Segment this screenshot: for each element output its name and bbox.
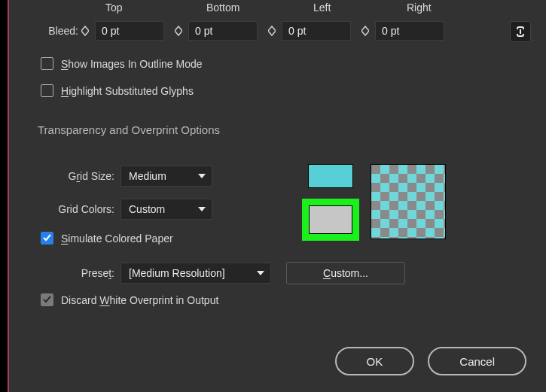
bleed-header-left: Left bbox=[313, 2, 331, 14]
discard-overprint-row: Discard White Overprint in Output bbox=[41, 293, 218, 306]
bleed-row: Bleed: bbox=[30, 21, 546, 41]
show-images-label: Show Images In Outline Mode bbox=[61, 58, 203, 70]
simulate-paper-checkbox[interactable] bbox=[41, 232, 53, 245]
bleed-right-field bbox=[361, 21, 444, 41]
grid-color-swatch-dark-inner bbox=[309, 205, 352, 234]
transparency-grid-preview bbox=[371, 164, 446, 239]
stepper-icon[interactable] bbox=[268, 21, 280, 41]
preset-label: Preset: bbox=[30, 267, 120, 279]
grid-colors-label: Grid Colors: bbox=[30, 203, 120, 215]
chevron-down-icon bbox=[198, 174, 206, 178]
grid-colors-value: Custom bbox=[129, 203, 165, 215]
bleed-left-field bbox=[268, 21, 351, 41]
bleed-bottom-field bbox=[175, 21, 258, 41]
chevron-down-icon bbox=[257, 271, 264, 275]
section-title: Transparency and Overprint Options bbox=[38, 123, 220, 136]
highlight-glyphs-checkbox[interactable] bbox=[41, 84, 53, 97]
grid-color-swatch-dark[interactable] bbox=[302, 199, 359, 241]
grid-size-value: Medium bbox=[129, 170, 166, 182]
cancel-button[interactable]: Cancel bbox=[428, 347, 526, 375]
stepper-icon[interactable] bbox=[361, 21, 374, 41]
highlight-glyphs-label: Highlight Substituted Glyphs bbox=[61, 85, 194, 97]
preset-value: [Medium Resolution] bbox=[129, 267, 225, 279]
bleed-right-input[interactable] bbox=[375, 21, 444, 41]
show-images-outline-row: Show Images In Outline Mode bbox=[41, 57, 203, 70]
highlight-glyphs-row: Highlight Substituted Glyphs bbox=[41, 84, 194, 97]
grid-size-dropdown[interactable]: Medium bbox=[120, 166, 212, 187]
show-images-checkbox[interactable] bbox=[41, 57, 53, 70]
preset-dropdown[interactable]: [Medium Resolution] bbox=[120, 263, 271, 284]
document-setup-panel: Top Bottom Left Right Bleed: bbox=[8, 0, 546, 392]
bleed-top-field bbox=[81, 21, 164, 41]
grid-size-label: Grid Size: bbox=[30, 170, 120, 182]
grid-color-swatch-light[interactable] bbox=[308, 164, 353, 188]
bleed-header-bottom: Bottom bbox=[206, 2, 239, 14]
ok-button[interactable]: OK bbox=[335, 347, 415, 375]
bleed-top-input[interactable] bbox=[95, 21, 164, 41]
bleed-left-input[interactable] bbox=[282, 21, 351, 41]
bleed-label: Bleed: bbox=[30, 25, 81, 37]
simulate-paper-label: Simulate Colored Paper bbox=[61, 232, 173, 245]
dialog-footer: OK Cancel bbox=[335, 347, 526, 375]
simulate-paper-row: Simulate Colored Paper bbox=[41, 232, 173, 245]
stepper-icon[interactable] bbox=[175, 21, 187, 41]
stepper-icon[interactable] bbox=[81, 21, 93, 41]
discard-overprint-checkbox[interactable] bbox=[41, 293, 53, 306]
custom-preset-button[interactable]: Custom... bbox=[286, 262, 405, 284]
bleed-header-right: Right bbox=[407, 2, 432, 14]
bleed-header-top: Top bbox=[105, 2, 123, 14]
discard-overprint-label: Discard White Overprint in Output bbox=[61, 294, 218, 306]
bleed-bottom-input[interactable] bbox=[188, 21, 258, 41]
chevron-down-icon bbox=[198, 207, 206, 211]
grid-colors-dropdown[interactable]: Custom bbox=[120, 199, 212, 220]
link-bleed-icon[interactable] bbox=[510, 21, 531, 42]
